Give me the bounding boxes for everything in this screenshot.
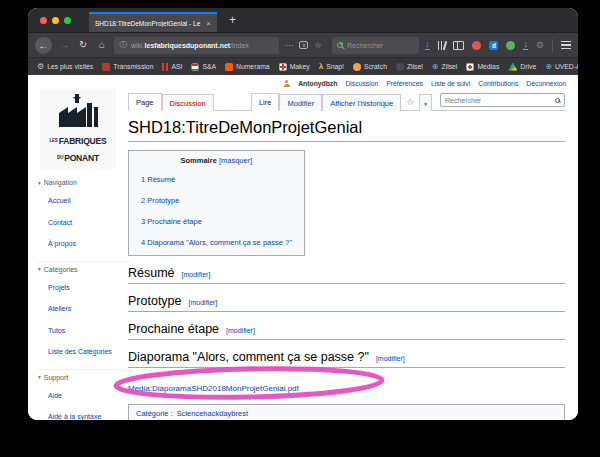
bookmark-star-icon[interactable]: ☆: [314, 41, 322, 50]
url-bar[interactable]: ⓘ wiki.lesfabriquesduponant.net/index: [114, 37, 278, 54]
downloads-icon[interactable]: ↓: [425, 40, 430, 51]
bookmark-zilsel-feed[interactable]: Zilsel: [396, 63, 423, 71]
toc-item-diaporama[interactable]: 4 Diaporama "Alors, comment ça se passe …: [141, 238, 292, 247]
edit-section-link[interactable]: [modifier]: [189, 299, 218, 306]
zoom-window-button[interactable]: [64, 17, 71, 24]
sidebar-toggle-icon[interactable]: [453, 41, 464, 50]
watchlist-link[interactable]: Liste de suivi: [431, 80, 470, 87]
watch-star-icon[interactable]: ☆: [401, 97, 419, 110]
wiki-search-box[interactable]: [440, 93, 565, 107]
page-views-tabs: Page Discussion Lire Modifier Afficher l…: [128, 92, 565, 111]
back-icon[interactable]: ←: [35, 37, 52, 54]
bookmark-makey[interactable]: Makey: [279, 63, 310, 71]
factory-lighthouse-icon: [55, 94, 101, 128]
user-page-link[interactable]: Antonydbzh: [298, 80, 337, 87]
pdf-link-wrap: Media:DiaporamaSHD2018MonProjetGenial.pd…: [128, 377, 299, 395]
page-actions-icon[interactable]: ⋯: [285, 41, 294, 50]
bookmark-snap[interactable]: λSnap!: [319, 63, 344, 71]
edit-section-link[interactable]: [modifier]: [226, 327, 255, 334]
tab-discussion[interactable]: Discussion: [162, 94, 214, 111]
extension-red-icon[interactable]: [472, 41, 481, 50]
more-actions-caret-icon[interactable]: ▾: [419, 94, 432, 111]
category-label-link[interactable]: Catégorie :: [136, 409, 173, 418]
toolbar-extensions: ↓ d ↓ ⚙: [425, 39, 571, 52]
transmission-icon: [102, 63, 110, 71]
category-value-link[interactable]: Sciencehackdaybrest: [177, 409, 248, 418]
logo-du: DU: [57, 155, 63, 160]
bookmark-les-plus-visites[interactable]: ⚙Les plus visités: [37, 63, 93, 71]
menu-icon[interactable]: [561, 41, 571, 49]
toc-title: Sommaire [masquer]: [141, 156, 292, 165]
lambda-icon: λ: [319, 63, 323, 71]
site-logo[interactable]: LESFABRIQUES DUPONANT: [40, 89, 116, 169]
sidebar-item-projets[interactable]: Projets: [48, 284, 70, 291]
bookmark-scratch[interactable]: Scratch: [353, 63, 387, 71]
browser-search-field[interactable]: Rechercher: [332, 37, 419, 54]
toc-hide-link[interactable]: [masquer]: [219, 156, 252, 165]
close-window-button[interactable]: [40, 17, 47, 24]
edit-section-link[interactable]: [modifier]: [182, 271, 211, 278]
feed-icon: [396, 63, 404, 71]
portal-title-text: Support: [44, 374, 69, 381]
pocket-icon[interactable]: ∨: [299, 41, 308, 49]
tab-page[interactable]: Page: [128, 93, 162, 111]
toc-item-prototype[interactable]: 2 Prototype: [141, 196, 179, 205]
content-area: Page Discussion Lire Modifier Afficher l…: [128, 75, 565, 420]
bookmark-zilsel-site[interactable]: ⊕Zilsel: [432, 63, 458, 71]
sidebar-item-aide[interactable]: Aide: [48, 392, 62, 399]
download-gray-icon[interactable]: ↓: [523, 40, 528, 51]
minimize-window-button[interactable]: [52, 17, 59, 24]
tab-close-icon[interactable]: ×: [206, 19, 211, 28]
sidebar-item-accueil[interactable]: Accueil: [48, 197, 71, 204]
tab-modifier[interactable]: Modifier: [279, 94, 322, 111]
bookmark-asi[interactable]: ASI: [162, 63, 182, 71]
pdf-media-link[interactable]: Media:DiaporamaSHD2018MonProjetGenial.pd…: [128, 384, 299, 393]
url-fade: [265, 37, 279, 54]
sidebar-item-aide-syntaxe[interactable]: Aide à la syntaxe: [48, 413, 101, 420]
sidebar-item-a-propos[interactable]: À propos: [48, 240, 76, 247]
edit-section-link[interactable]: [modifier]: [376, 355, 405, 362]
portal-categories: ▾Catégories Projets Ateliers Tutos Liste…: [38, 261, 132, 364]
user-talk-link[interactable]: Discussion: [345, 80, 378, 87]
library-icon[interactable]: [438, 41, 446, 50]
sidebar-item-ateliers[interactable]: Ateliers: [48, 305, 71, 312]
extension-green-icon[interactable]: [506, 41, 515, 50]
collapse-arrow-icon[interactable]: ▾: [38, 374, 41, 380]
contributions-link[interactable]: Contributions: [478, 80, 518, 87]
category-box: Catégorie : Sciencehackdaybrest: [128, 404, 565, 420]
home-icon[interactable]: ⌂: [96, 40, 109, 50]
preferences-link[interactable]: Préférences: [386, 80, 423, 87]
bookmark-medias[interactable]: Médias: [466, 63, 499, 71]
gear-icon[interactable]: ⚙: [536, 41, 544, 50]
new-tab-button[interactable]: +: [229, 14, 236, 26]
forward-icon[interactable]: →: [58, 40, 71, 50]
sidebar-item-contact[interactable]: Contact: [48, 219, 72, 226]
bookmark-transmission[interactable]: Transmission: [102, 63, 153, 71]
reload-icon[interactable]: ↻: [77, 40, 90, 50]
collapse-arrow-icon[interactable]: ▾: [38, 266, 41, 272]
search-icon[interactable]: [555, 98, 560, 103]
collapse-arrow-icon[interactable]: ▾: [38, 180, 41, 186]
bookmark-numerama[interactable]: Numerama: [225, 63, 270, 71]
bookmark-sa[interactable]: S&A: [191, 63, 216, 71]
toc-item-resume[interactable]: 1 Résumé: [141, 175, 175, 184]
logo-les: LES: [50, 138, 58, 143]
extension-d-icon[interactable]: d: [489, 41, 498, 50]
tab-historique[interactable]: Afficher l'historique: [322, 94, 401, 111]
toc-item-prochaine-etape[interactable]: 3 Prochaine étape: [141, 217, 202, 226]
site-info-icon[interactable]: ⓘ: [119, 40, 127, 50]
url-text: wiki.lesfabriquesduponant.net/index: [131, 42, 249, 49]
user-icon: [283, 80, 290, 87]
globe-icon: ⊕: [545, 63, 552, 71]
wiki-search-input[interactable]: [445, 97, 555, 104]
sidebar-item-liste-categories[interactable]: Liste des Catégories: [48, 348, 112, 355]
portal-title: ▾Navigation: [38, 179, 132, 186]
bookmark-drive[interactable]: Drive: [508, 63, 536, 71]
browser-tab[interactable]: SHD18:TitreDeMonProjetGenial - Le ×: [89, 12, 217, 32]
logout-link[interactable]: Déconnexion: [526, 80, 566, 87]
page-title: SHD18:TitreDeMonProjetGenial: [128, 118, 565, 142]
portal-support: ▾Support Aide Aide à la syntaxe Mode d'e…: [38, 369, 132, 421]
sidebar-item-tutos[interactable]: Tutos: [48, 327, 65, 334]
bookmark-uved[interactable]: ⊕UVED-APDGO: [545, 63, 578, 71]
tab-lire[interactable]: Lire: [251, 93, 280, 111]
